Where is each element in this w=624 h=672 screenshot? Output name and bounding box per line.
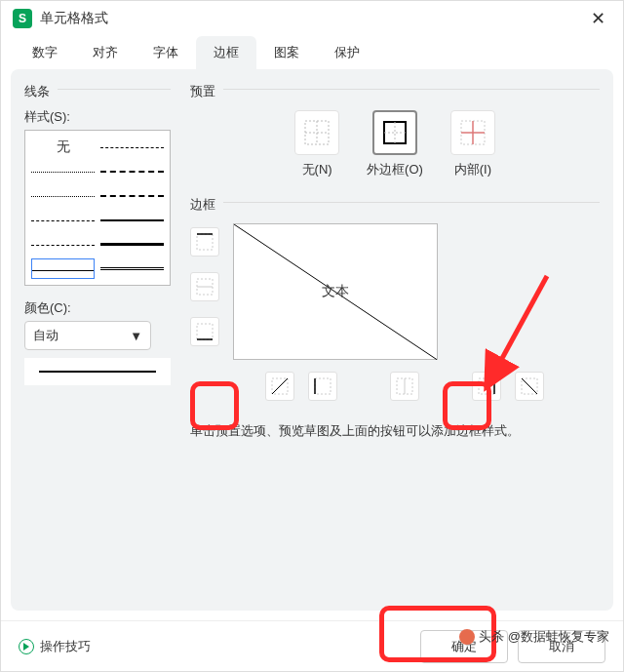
tab-align[interactable]: 对齐: [75, 36, 136, 69]
color-preview: [24, 358, 171, 385]
style-solid-med[interactable]: [100, 210, 164, 230]
preset-outline-label: 外边框(O): [367, 161, 423, 178]
tab-protect[interactable]: 保护: [317, 36, 377, 69]
tab-bar: 数字 对齐 字体 边框 图案 保护: [1, 36, 623, 69]
chevron-down-icon: ▼: [130, 329, 142, 343]
tips-label: 操作技巧: [40, 638, 91, 655]
preset-inside-button[interactable]: [450, 110, 495, 155]
color-label: 颜色(C):: [24, 299, 171, 317]
border-hmiddle-button[interactable]: [190, 272, 219, 301]
border-vmiddle-button[interactable]: [390, 372, 419, 401]
style-dash-dot-dash[interactable]: [100, 137, 164, 157]
svg-rect-13: [197, 324, 213, 339]
preset-none-button[interactable]: [294, 110, 339, 155]
preset-none-label: 无(N): [302, 161, 332, 178]
svg-line-17: [272, 378, 288, 394]
style-none[interactable]: 无: [31, 137, 95, 157]
color-value: 自动: [33, 327, 58, 344]
watermark: 头杀 @数据蛙恢复专家: [459, 628, 609, 646]
style-double[interactable]: [100, 258, 164, 279]
border-right-button[interactable]: [472, 372, 501, 401]
play-icon: [19, 639, 34, 654]
preview-text: 文本: [322, 283, 349, 300]
svg-rect-3: [384, 122, 406, 143]
border-top-button[interactable]: [190, 227, 219, 257]
cell-format-dialog: S 单元格格式 ✕ 数字 对齐 字体 边框 图案 保护 线条 样式(S): 无: [0, 0, 624, 672]
style-solid-heavy[interactable]: [100, 234, 164, 255]
style-dash-dot[interactable]: [31, 234, 95, 255]
tab-border[interactable]: 边框: [196, 36, 256, 69]
line-style-picker[interactable]: 无: [24, 130, 171, 286]
style-dashed-med[interactable]: [100, 185, 164, 206]
svg-rect-9: [197, 234, 213, 250]
svg-line-25: [522, 378, 537, 394]
svg-rect-18: [315, 378, 331, 394]
tab-font[interactable]: 字体: [136, 36, 196, 69]
preset-inside-label: 内部(I): [454, 161, 491, 178]
border-panel: 线条 样式(S): 无 颜色(C):: [11, 69, 613, 611]
border-bottom-button[interactable]: [190, 317, 219, 346]
border-diag-up-button[interactable]: [265, 372, 294, 401]
tab-pattern[interactable]: 图案: [256, 36, 317, 69]
style-dash-long[interactable]: [31, 210, 95, 230]
hint-text: 单击预置选项、预览草图及上面的按钮可以添加边框样式。: [190, 422, 600, 440]
style-dash-heavy[interactable]: [100, 161, 164, 181]
tab-number[interactable]: 数字: [15, 36, 75, 69]
tips-link[interactable]: 操作技巧: [19, 638, 91, 655]
border-preview[interactable]: 文本: [233, 223, 438, 360]
titlebar: S 单元格格式 ✕: [1, 1, 623, 36]
watermark-avatar-icon: [459, 629, 475, 645]
border-section-label: 边框: [190, 196, 215, 214]
close-icon[interactable]: ✕: [585, 6, 611, 31]
style-dotted-fine[interactable]: [31, 161, 95, 181]
svg-rect-22: [479, 378, 494, 394]
style-label: 样式(S):: [24, 108, 171, 126]
app-icon: S: [13, 9, 32, 28]
dialog-title: 单元格格式: [40, 10, 585, 27]
style-dotted[interactable]: [31, 185, 95, 206]
border-diag-down-button[interactable]: [515, 372, 544, 401]
color-dropdown[interactable]: 自动 ▼: [24, 321, 151, 350]
style-solid-thin[interactable]: [31, 258, 95, 279]
preset-outline-button[interactable]: [372, 110, 417, 155]
preset-section-label: 预置: [190, 83, 215, 100]
border-left-button[interactable]: [308, 372, 337, 401]
line-section-label: 线条: [24, 83, 50, 100]
